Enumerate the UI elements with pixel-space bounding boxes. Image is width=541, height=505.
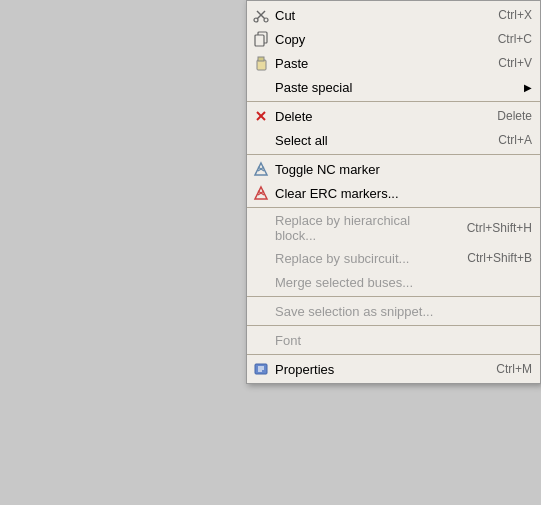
replace-hierarchical-icon xyxy=(251,219,271,237)
delete-icon xyxy=(251,107,271,125)
select-all-shortcut: Ctrl+A xyxy=(498,133,532,147)
replace-subcircuit-label: Replace by subcircuit... xyxy=(275,251,447,266)
svg-rect-5 xyxy=(255,35,264,46)
merge-buses-label: Merge selected buses... xyxy=(275,275,512,290)
separator-5 xyxy=(247,325,540,326)
separator-2 xyxy=(247,154,540,155)
delete-label: Delete xyxy=(275,109,477,124)
svg-rect-7 xyxy=(258,57,264,61)
save-snippet-label: Save selection as snippet... xyxy=(275,304,512,319)
save-snippet-icon xyxy=(251,302,271,320)
menu-item-delete[interactable]: Delete Delete xyxy=(247,104,540,128)
menu-item-paste[interactable]: Paste Ctrl+V xyxy=(247,51,540,75)
paste-special-label: Paste special xyxy=(275,80,524,95)
menu-item-merge-buses[interactable]: Merge selected buses... xyxy=(247,270,540,294)
toggle-nc-icon xyxy=(251,160,271,178)
properties-shortcut: Ctrl+M xyxy=(496,362,532,376)
select-all-label: Select all xyxy=(275,133,478,148)
separator-1 xyxy=(247,101,540,102)
properties-label: Properties xyxy=(275,362,476,377)
context-menu: Cut Ctrl+X Copy Ctrl+C Paste Ctrl+V Past… xyxy=(246,0,541,384)
separator-6 xyxy=(247,354,540,355)
menu-item-select-all[interactable]: Select all Ctrl+A xyxy=(247,128,540,152)
paste-shortcut: Ctrl+V xyxy=(498,56,532,70)
copy-icon xyxy=(251,30,271,48)
font-label: Font xyxy=(275,333,512,348)
paste-special-icon xyxy=(251,78,271,96)
menu-item-replace-subcircuit[interactable]: Replace by subcircuit... Ctrl+Shift+B xyxy=(247,246,540,270)
clear-erc-label: Clear ERC markers... xyxy=(275,186,512,201)
replace-hierarchical-shortcut: Ctrl+Shift+H xyxy=(467,221,532,235)
svg-point-3 xyxy=(264,18,268,22)
copy-label: Copy xyxy=(275,32,478,47)
cut-shortcut: Ctrl+X xyxy=(498,8,532,22)
separator-3 xyxy=(247,207,540,208)
font-icon xyxy=(251,331,271,349)
delete-shortcut: Delete xyxy=(497,109,532,123)
paste-label: Paste xyxy=(275,56,478,71)
toggle-nc-label: Toggle NC marker xyxy=(275,162,512,177)
cut-icon xyxy=(251,6,271,24)
menu-item-cut[interactable]: Cut Ctrl+X xyxy=(247,3,540,27)
submenu-arrow: ▶ xyxy=(524,82,532,93)
svg-point-2 xyxy=(254,18,258,22)
menu-item-replace-hierarchical[interactable]: Replace by hierarchical block... Ctrl+Sh… xyxy=(247,210,540,246)
replace-subcircuit-icon xyxy=(251,249,271,267)
separator-4 xyxy=(247,296,540,297)
select-all-icon xyxy=(251,131,271,149)
menu-item-toggle-nc[interactable]: Toggle NC marker xyxy=(247,157,540,181)
menu-item-paste-special[interactable]: Paste special ▶ xyxy=(247,75,540,99)
menu-item-font[interactable]: Font xyxy=(247,328,540,352)
menu-item-copy[interactable]: Copy Ctrl+C xyxy=(247,27,540,51)
properties-icon xyxy=(251,360,271,378)
clear-erc-icon xyxy=(251,184,271,202)
cut-label: Cut xyxy=(275,8,478,23)
replace-subcircuit-shortcut: Ctrl+Shift+B xyxy=(467,251,532,265)
menu-item-save-snippet[interactable]: Save selection as snippet... xyxy=(247,299,540,323)
merge-buses-icon xyxy=(251,273,271,291)
copy-shortcut: Ctrl+C xyxy=(498,32,532,46)
menu-item-clear-erc[interactable]: Clear ERC markers... xyxy=(247,181,540,205)
replace-hierarchical-label: Replace by hierarchical block... xyxy=(275,213,447,243)
menu-item-properties[interactable]: Properties Ctrl+M xyxy=(247,357,540,381)
paste-icon xyxy=(251,54,271,72)
